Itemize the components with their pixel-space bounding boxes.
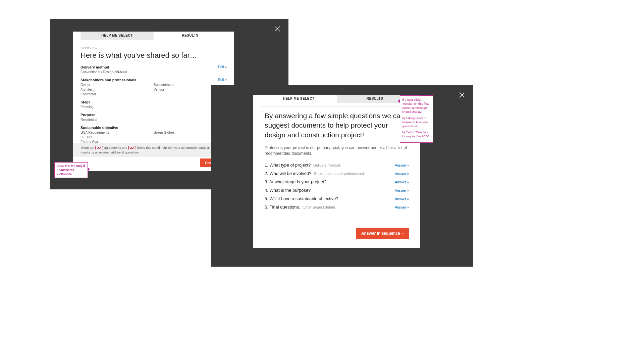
close-icon[interactable] [458, 91, 466, 99]
question-hint: Stakeholders and professionals. [314, 172, 367, 176]
question-number: 4. [265, 188, 268, 193]
question-text: Will it have a sustainable objective? [269, 196, 338, 201]
section-delivery: Delivery method Conventional / Design-bi… [80, 65, 227, 75]
question-text: What type of project? [269, 163, 311, 168]
tabs-2: HELP ME SELECT RESULTS [261, 95, 413, 103]
count-forms: [ XX ] [128, 146, 136, 149]
question-number: 5. [265, 196, 268, 201]
annotation-callout-right: If a user clicks "results" on this first… [400, 95, 433, 143]
annotation-text: a) Asking users to answer at least one q… [402, 116, 431, 128]
section-title: Stage [80, 100, 227, 104]
summary-text: forms [136, 146, 145, 149]
edit-link[interactable]: Edit » [218, 78, 227, 82]
tab-help-me-select[interactable]: HELP ME SELECT [80, 32, 154, 40]
question-row: 3. At what stage is your project? Answer… [265, 179, 409, 184]
answer-link[interactable]: Answer » [395, 189, 409, 192]
question-row: 5. Will it have a sustainable objective?… [265, 196, 409, 201]
sustainable-value: GSA Requirements [80, 130, 154, 135]
dialog-panel-2: HELP ME SELECT RESULTS By answering a fe… [253, 95, 420, 248]
section-value: Planning [80, 105, 227, 109]
answer-sequence-button[interactable]: Answer in sequence » [356, 228, 409, 239]
question-text: At what stage is your project? [269, 179, 327, 184]
close-icon[interactable] [274, 25, 281, 33]
annotation-text: If a user clicks "results" on this first… [402, 98, 431, 114]
answer-link[interactable]: Answer » [395, 206, 409, 209]
summary-text: and [121, 146, 128, 149]
stakeholder-value: Owner [80, 83, 154, 87]
section-purpose: Purpose Residential Edit » [80, 113, 227, 122]
question-row: 6. Final questions. Other project detail… [265, 205, 409, 210]
dialog-panel-1: HELP ME SELECT RESULTS OVERVIEW Here is … [73, 32, 234, 171]
annotation-callout-left: Show this line only if unanswered questi… [54, 162, 88, 178]
question-row: 2. Who will be involved? Stakeholders an… [265, 171, 409, 176]
tab-results[interactable]: RESULTS [154, 32, 227, 40]
annotation-text: Show this line [57, 164, 76, 168]
section-value: Residential [80, 118, 227, 122]
section-stage: Stage Planning Edit » [80, 100, 227, 109]
section-value: Conventional / Design-bid-build [80, 70, 227, 75]
overlay-modal-2: HELP ME SELECT RESULTS By answering a fe… [211, 85, 473, 267]
stakeholder-value: Contractor [80, 92, 154, 97]
summary-text: There are [80, 146, 95, 149]
section-sustainable: Sustainable objective GSA Requirements L… [80, 126, 227, 144]
question-number: 6. [265, 205, 268, 210]
overview-label: OVERVIEW [80, 47, 227, 50]
sustainable-value: LEED® [80, 135, 154, 140]
headline-1: Here is what you've shared so far… [80, 51, 227, 60]
stakeholder-value: Architect [80, 87, 154, 92]
question-number: 1. [265, 163, 268, 168]
section-stakeholders: Stakeholders and professionals Owner Arc… [80, 78, 227, 97]
section-title: Purpose [80, 113, 227, 117]
answer-link[interactable]: Answer » [395, 172, 409, 176]
question-hint: Other project details. [303, 205, 337, 209]
question-text: Who will be involved? [269, 171, 311, 176]
section-title: Stakeholders and professionals [80, 78, 227, 82]
count-agreements: [ XX ] [95, 146, 103, 149]
subtext: Protecting your project is our primary g… [265, 145, 409, 156]
section-title: Sustainable objective [80, 126, 227, 130]
question-number: 2. [265, 171, 268, 176]
question-text: What is the purpose? [269, 188, 311, 193]
results-summary-bar: There are [ XX ] agreements and [ XX ] f… [73, 143, 234, 157]
question-text: Final questions. [269, 205, 300, 210]
answer-link[interactable]: Answer » [395, 180, 409, 184]
question-row: 4. What is the purpose? Answer » [265, 188, 409, 193]
question-row: 1. What type of project? Delivery method… [265, 163, 409, 168]
headline-2: By answering a few simple questions we c… [265, 111, 409, 140]
tabs-1: HELP ME SELECT RESULTS [80, 32, 227, 40]
section-title: Delivery method [80, 65, 227, 69]
answer-link[interactable]: Answer » [395, 164, 409, 167]
question-number: 3. [265, 179, 268, 184]
edit-link[interactable]: Edit » [218, 65, 227, 69]
summary-text: agreements [103, 146, 121, 149]
question-hint: Delivery method. [313, 163, 341, 167]
tab-help-me-select[interactable]: HELP ME SELECT [261, 95, 337, 103]
annotation-text: b) Exit to "Template Library tab" in ACD… [402, 130, 431, 138]
answer-link[interactable]: Answer » [395, 197, 409, 201]
